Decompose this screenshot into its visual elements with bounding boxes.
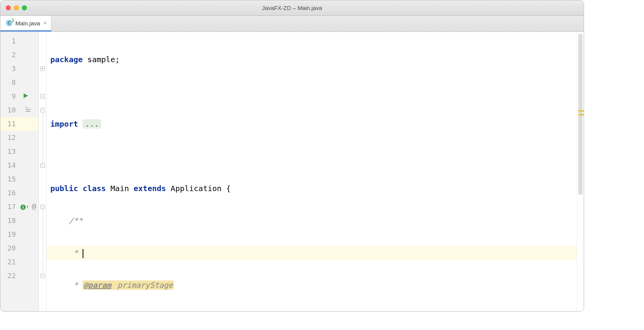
editor-scrollbar[interactable] xyxy=(577,32,584,311)
tab-main-java[interactable]: C Main.java × xyxy=(0,16,51,31)
line-number: 8 xyxy=(5,76,16,89)
line-selection-icon[interactable] xyxy=(25,103,31,117)
line-number: 17 xyxy=(5,200,16,214)
svg-marker-0 xyxy=(24,93,28,98)
window-controls xyxy=(6,5,27,10)
code-line: import ... xyxy=(46,117,577,131)
editor: 1 2 3 8 9 10 11 12 13 14 15 16 17 i↑@ 18 xyxy=(0,32,584,311)
java-class-icon: C xyxy=(6,20,13,26)
line-number: 16 xyxy=(5,186,16,200)
code-line: * @param primaryStage xyxy=(46,278,577,292)
code-line xyxy=(46,85,577,99)
close-window-button[interactable] xyxy=(6,5,11,10)
line-number: 19 xyxy=(5,228,16,241)
minimize-window-button[interactable] xyxy=(14,5,19,10)
line-number: 2 xyxy=(5,48,16,62)
line-number: 21 xyxy=(5,255,16,269)
code-line: package sample; xyxy=(46,53,577,66)
text-caret xyxy=(83,249,83,258)
code-line-current: * xyxy=(46,246,577,260)
editor-tab-strip: C Main.java × xyxy=(0,16,584,32)
line-number: 10 xyxy=(5,103,16,117)
tab-close-button[interactable]: × xyxy=(43,20,46,26)
code-line: * @throws Exception xyxy=(46,310,577,311)
gutter[interactable]: 1 2 3 8 9 10 11 12 13 14 15 16 17 i↑@ 18 xyxy=(0,32,39,311)
code-line: /** xyxy=(46,214,577,228)
line-number: 1 xyxy=(5,34,16,48)
line-number: 22 xyxy=(5,269,16,283)
window-title: JavaFX-ZD – Main.java xyxy=(0,5,584,11)
line-number: 15 xyxy=(5,172,16,186)
folded-region[interactable]: ... xyxy=(83,119,101,129)
line-number: 14 xyxy=(5,158,16,172)
fold-collapse-icon[interactable]: − xyxy=(40,94,45,99)
override-gutter-icon[interactable]: i↑@ xyxy=(20,200,29,214)
fold-column: + − − − − − xyxy=(39,32,46,311)
line-number: 3 xyxy=(5,62,16,76)
titlebar: JavaFX-ZD – Main.java xyxy=(0,0,584,16)
line-number: 9 xyxy=(5,89,16,103)
fold-expand-icon[interactable]: + xyxy=(40,66,45,71)
line-number: 20 xyxy=(5,241,16,255)
tab-label: Main.java xyxy=(15,20,40,26)
warning-marker[interactable] xyxy=(578,110,584,112)
code-area[interactable]: package sample; import ... public class … xyxy=(46,32,577,311)
line-number: 18 xyxy=(5,214,16,228)
warning-marker[interactable] xyxy=(578,114,584,116)
line-number: 13 xyxy=(5,145,16,158)
line-number: 11 xyxy=(5,117,16,131)
code-line xyxy=(46,149,577,163)
line-number: 12 xyxy=(5,131,16,145)
code-line: public class Main extends Application { xyxy=(46,182,577,195)
zoom-window-button[interactable] xyxy=(22,5,27,10)
run-gutter-icon[interactable] xyxy=(23,89,28,103)
